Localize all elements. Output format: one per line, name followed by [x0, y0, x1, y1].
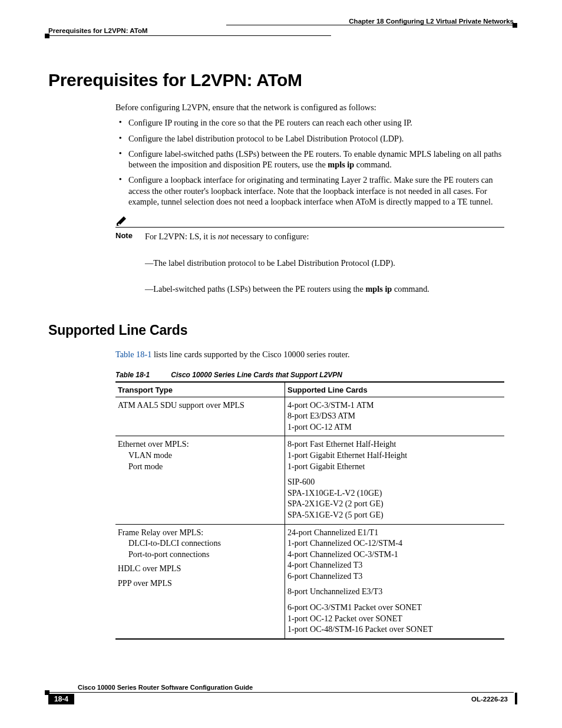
page-footer: Cisco 10000 Series Router Software Confi…: [48, 684, 514, 704]
table-intro: Table 18-1 lists line cards supported by…: [115, 349, 514, 360]
table-header-row: Transport Type Supported Line Cards: [115, 382, 504, 397]
pencil-icon: [115, 215, 514, 226]
note-label: Note: [115, 231, 145, 294]
table-row: Frame Relay over MPLS:DLCI-to-DLCI conne…: [115, 524, 504, 639]
table-caption: Table 18-1Cisco 10000 Series Line Cards …: [115, 371, 514, 379]
note-dash-1: —The label distribution protocol to be L…: [145, 258, 514, 268]
intro-text: Before configuring L2VPN, ensure that th…: [115, 102, 514, 113]
section-heading: Supported Line Cards: [48, 322, 514, 338]
cell-supported: 4-port OC-3/STM-1 ATM8-port E3/DS3 ATM1-…: [285, 397, 505, 436]
note-block: Note For L2VPN: LS, it is not necessary …: [115, 215, 514, 294]
cell-transport: Ethernet over MPLS:VLAN modePort mode: [115, 436, 285, 524]
bullet-item: Configure the label distribution protoco…: [115, 133, 514, 144]
table-row: Ethernet over MPLS:VLAN modePort mode8-p…: [115, 436, 504, 524]
body-content: Before configuring L2VPN, ensure that th…: [115, 102, 514, 207]
section-label: Prerequisites for L2VPN: AToM: [48, 27, 514, 34]
header-rule-right: [226, 25, 514, 25]
cell-supported: 24-port Channelized E1/T11-port Channeli…: [285, 524, 505, 639]
bullet-item: Configure a loopback interface for origi…: [115, 174, 514, 207]
table-ref-link[interactable]: Table 18-1: [115, 350, 151, 359]
table-body: ATM AAL5 SDU support over MPLS4-port OC-…: [115, 397, 504, 639]
note-rule: [115, 227, 504, 228]
footer-rule: [48, 692, 514, 693]
col-supported-cards: Supported Line Cards: [285, 382, 505, 397]
page-number: 18-4: [48, 694, 74, 704]
doc-id: OL-2226-23: [471, 696, 514, 703]
cell-transport: ATM AAL5 SDU support over MPLS: [115, 397, 285, 436]
line-cards-table: Transport Type Supported Line Cards ATM …: [115, 381, 504, 640]
chapter-label: Chapter 18 Configuring L2 Virtual Privat…: [349, 18, 514, 25]
footer-doc-title: Cisco 10000 Series Router Software Confi…: [78, 684, 514, 691]
page-title: Prerequisites for L2VPN: AToM: [48, 70, 514, 90]
running-header: Chapter 18 Configuring L2 Virtual Privat…: [48, 18, 514, 25]
cell-supported: 8-port Fast Ethernet Half-Height1-port G…: [285, 436, 505, 524]
bullet-item: Configure IP routing in the core so that…: [115, 117, 514, 128]
note-body: For L2VPN: LS, it is not necessary to co…: [145, 231, 514, 294]
mpls-ip-cmd: mpls ip: [328, 160, 354, 169]
col-transport-type: Transport Type: [115, 382, 285, 397]
table-row: ATM AAL5 SDU support over MPLS4-port OC-…: [115, 397, 504, 436]
cell-transport: Frame Relay over MPLS:DLCI-to-DLCI conne…: [115, 524, 285, 639]
bullet-list: Configure IP routing in the core so that…: [115, 117, 514, 207]
note-dash-2: —Label-switched paths (LSPs) between the…: [145, 284, 514, 294]
header-rule-left: [48, 35, 331, 36]
bullet-item: Configure label-switched paths (LSPs) be…: [115, 149, 514, 170]
document-page: Chapter 18 Configuring L2 Virtual Privat…: [0, 0, 562, 728]
